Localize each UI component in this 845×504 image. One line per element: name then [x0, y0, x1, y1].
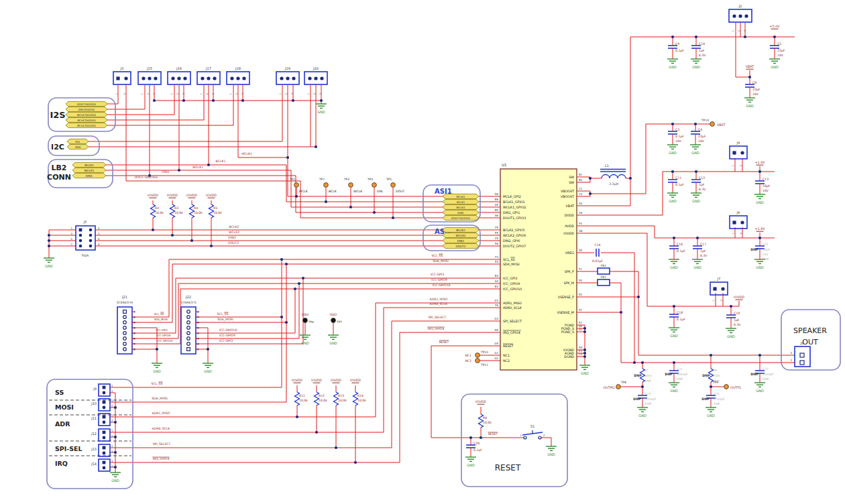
pin-name: VBAT — [566, 204, 574, 208]
jumper-J6[interactable]: J612 — [730, 210, 747, 235]
capacitor-C9[interactable]: GNDC90.1µF — [667, 37, 684, 69]
connector-J22[interactable]: 87654321J22STEREO-S — [180, 295, 199, 354]
connector-J21[interactable]: 12345678J21STEREO-M — [117, 295, 135, 354]
net-label-icc_gpio10: ICC-GPIO10 — [433, 284, 451, 287]
pin-number: G6 — [579, 229, 583, 233]
capacitor-C23[interactable]: GNDC23DNP4700pFDNP — [633, 387, 657, 418]
net-label-adr1_miso: ADR1_MISO — [430, 298, 448, 302]
jumper-J9[interactable]: J912 — [93, 384, 113, 397]
capacitor-C13[interactable]: GNDC1310µF10V — [754, 172, 771, 204]
cap-value: 0.1µF — [473, 448, 482, 452]
capacitor-C10[interactable]: GNDC101µF6.3V — [691, 37, 706, 69]
wire — [540, 438, 551, 446]
capacitor-C3[interactable]: GNDC30.1µF16V — [667, 124, 684, 155]
gnd-label: GND — [669, 199, 677, 203]
resistor-R11[interactable]: R1110.0k — [295, 385, 308, 417]
capacitor-C19[interactable]: GNDC191µF6.3V — [726, 306, 741, 338]
capacitor-C16[interactable]: GNDC160.1µF — [669, 238, 685, 269]
pin-number: 1 — [111, 444, 113, 448]
cap-voltage: 6.3V — [699, 54, 706, 57]
cap-value: 0.1µF — [677, 318, 685, 321]
ferrite-FB2[interactable]: FB2 — [598, 275, 610, 286]
ground-symbol: GND — [110, 472, 121, 483]
junction-dot — [114, 421, 117, 424]
resistor-R5[interactable]: R510.0k — [209, 200, 223, 246]
test-point-TP7[interactable]: GNDTP7 — [330, 313, 343, 324]
test-point-TP5[interactable]: TP5DOUT — [386, 178, 405, 193]
net-label-spi_select: SPI_SELECT — [429, 316, 447, 320]
test-point-TP14[interactable]: TP14VBST — [701, 119, 725, 127]
capacitor-C15[interactable]: GNDC15DNP10µF10VDNP — [750, 238, 770, 269]
connector-subtitle: STEREO-M — [117, 301, 133, 304]
test-point-TP6[interactable]: GNDTP6 — [302, 313, 315, 324]
capacitor-C5[interactable]: GNDC522µF16V — [769, 37, 785, 69]
jumper-J14[interactable]: J1412 — [91, 459, 113, 472]
cap-voltage: 16V — [675, 139, 682, 143]
test-point-TP11[interactable]: TP11 — [475, 359, 489, 367]
connector-J5[interactable]: 12345678J5PSIA — [71, 220, 100, 257]
test-point-TP9[interactable]: TP9OUTP1 — [712, 381, 741, 389]
pin-number: 3 — [241, 93, 244, 94]
junction-dot — [48, 234, 50, 237]
capacitor-C8[interactable]: GNDC822µF16V — [744, 77, 760, 108]
capacitor-C24[interactable]: GNDC24DNP4700pFDNP — [701, 387, 725, 418]
cap-ref: C3 — [675, 128, 679, 131]
wire — [610, 271, 795, 355]
test-point-TP3[interactable]: TP3WCLK — [343, 178, 363, 193]
net-flag-label: DOUT-TAS2555 — [77, 103, 97, 106]
pin-number: B5 — [495, 208, 499, 212]
tp-ref: TP10 — [480, 351, 488, 354]
test-point-TP4[interactable]: TP4DIN — [367, 178, 382, 193]
pin-number: 1 — [732, 30, 734, 32]
switch-S1[interactable]: S112 — [520, 424, 545, 439]
capacitor-C21[interactable]: GNDC21DNP1000pFDNP — [665, 363, 688, 393]
resistor-R12[interactable]: R1210.0k — [315, 385, 328, 432]
jumper-J7[interactable]: J712 — [710, 277, 728, 302]
inductor-L1[interactable]: L12.2µH — [600, 164, 626, 186]
net-flag-label: WCLK1 — [456, 206, 465, 209]
res-value: 10.0k — [483, 421, 492, 424]
test-point-TP1[interactable]: TP1MCLK — [289, 178, 308, 193]
power-flag-label: IOVDD — [331, 379, 341, 382]
res-value: 10.0k — [174, 211, 183, 214]
junction-dot — [48, 239, 50, 242]
spi-row-label: MOSI — [55, 403, 74, 411]
capacitor-C4[interactable]: GNDC422µF16V — [690, 124, 706, 155]
jumper-J13[interactable]: J1312 — [91, 444, 113, 457]
jumper-J12[interactable]: J1212 — [91, 429, 113, 442]
capacitor-C20[interactable]: GNDC200.1µF — [465, 438, 482, 467]
capacitor-C17[interactable]: GNDC171µF6.3V — [692, 238, 708, 269]
cap-voltage: 6.3V — [700, 254, 708, 257]
cap-voltage: 16V — [698, 139, 705, 143]
ic-U1[interactable]: U1D6MCLK_GPI2B6BCLK1_GPIO1A5WCLK1_GPIO2B… — [494, 163, 583, 370]
capacitor-C12[interactable]: GNDC121µF6.3V — [691, 172, 706, 203]
ferrite-FB1[interactable]: FB1 — [598, 264, 610, 274]
junction-dot — [114, 466, 117, 468]
test-point-TP8[interactable]: TP8OUTM1 — [604, 381, 627, 389]
dnp-flag: DNP — [633, 397, 641, 401]
resistor-R7[interactable]: R7DNP100kDNP — [634, 363, 652, 387]
test-point-TP2[interactable]: TP2BCLK — [319, 178, 337, 193]
dnp-flag: DNP — [701, 397, 710, 401]
wire — [610, 283, 795, 363]
capacitor-C22[interactable]: GNDC22DNP1000pFDNP — [750, 355, 774, 393]
pin-number: 1 — [111, 384, 113, 387]
pin-number: 3 — [71, 232, 73, 235]
jumper-J4[interactable]: J412 — [730, 141, 747, 167]
pin-number: A1 — [579, 328, 583, 331]
capacitor-C11[interactable]: GNDC110.1µF — [667, 172, 684, 203]
test-point-TP10[interactable]: TP10 — [475, 351, 489, 357]
cap-value: 0.1µF — [677, 249, 685, 253]
cap-value: 1µF — [734, 318, 740, 322]
pin-name: IOVDD — [563, 232, 574, 235]
pin-number: 2 — [111, 404, 113, 407]
jumper-J3[interactable]: J312 — [113, 66, 131, 95]
schematic-canvas: I2SI2CLB2CONNASI1ASI2RESETSPEAKEROUTSSMO… — [0, 0, 845, 504]
gnd-label: GND — [204, 369, 212, 373]
resistor-R14[interactable]: R1410.0k — [353, 385, 367, 462]
resistor-R4[interactable]: R410.0k — [190, 200, 203, 241]
capacitor-C18[interactable]: GNDC180.1µF — [669, 306, 685, 338]
block-title-speaker: SPEAKER — [793, 326, 827, 335]
resistor-R2[interactable]: R210.0k — [151, 200, 164, 230]
spi-row-label: SPI-SEL — [55, 445, 82, 452]
